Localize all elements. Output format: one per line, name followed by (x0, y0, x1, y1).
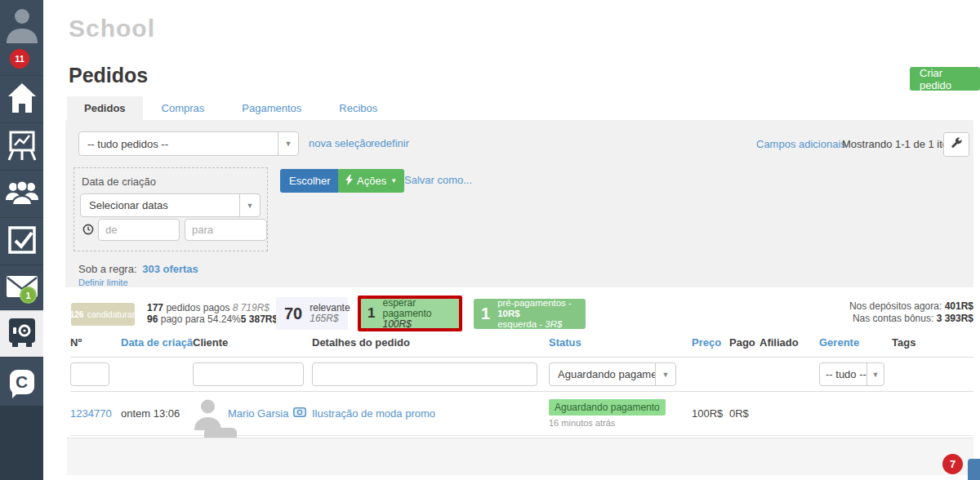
status-time-ago: 16 minutos atrás (549, 418, 687, 428)
sidebar-lower-fill (0, 406, 43, 480)
showing-summary: Mostrando 1-1 de 1 item. (842, 138, 960, 150)
rule-label: Sob a regra: (78, 263, 137, 275)
col-header-details: Detalhes do pedido (312, 336, 549, 349)
status-filter-value: Aguardando pagamento (550, 363, 655, 385)
chat-icon-tail (12, 389, 22, 398)
client-avatar (193, 394, 223, 433)
date-range-select-value: Selecionar datas (81, 194, 239, 216)
col-header-id: Nº (70, 336, 121, 349)
manager-filter-select[interactable]: -- tudo -- ▼ (819, 362, 884, 386)
col-header-status[interactable]: Status (549, 336, 692, 349)
stat-applications-count: 126 (69, 309, 84, 319)
chat-widget-corner[interactable] (968, 459, 980, 480)
order-details-link[interactable]: Ilustração de moda promo (312, 407, 435, 420)
bonus-label: Nas contas bônus: (853, 313, 933, 324)
col-header-client: Cliente (193, 336, 312, 349)
wrench-icon (951, 137, 963, 153)
rule-summary: Sob a regra: 303 ofertas (78, 263, 198, 275)
col-header-created[interactable]: Data de criação (121, 336, 193, 349)
tab-compras[interactable]: Compras (143, 96, 224, 120)
reset-link[interactable]: redefinir (371, 137, 409, 149)
id-filter-input[interactable] (70, 362, 109, 386)
mail-count-badge[interactable]: 1 (20, 287, 37, 304)
lightning-icon (345, 175, 353, 188)
col-header-affiliate: Afiliado (760, 336, 819, 349)
date-to-input[interactable] (185, 219, 267, 241)
stat-awaiting-label: esperar pagamento (382, 298, 452, 319)
stat-awaiting-value: 100R$ (382, 319, 452, 330)
brand-title: School (69, 15, 155, 42)
preset-select-value: -- tudo pedidos -- (79, 132, 278, 155)
client-name-link[interactable]: Mario Garsia (228, 407, 288, 420)
order-price: 100R$ (692, 407, 729, 420)
order-paid: 0R$ (729, 407, 760, 420)
sidebar-item-home[interactable] (0, 75, 43, 122)
stat-paid-orders: 177 pedidos pagos 8 719R$ 96 pago para 5… (147, 302, 270, 325)
status-badge: Aguardando pagamento (549, 399, 666, 416)
actions-button[interactable]: Ações ▼ (338, 169, 404, 193)
account-balances: Nos depósitos agora: 401R$ Nas contas bô… (776, 300, 973, 325)
preset-select[interactable]: -- tudo pedidos -- ▼ (78, 131, 299, 156)
paid-value: 8 719R$ (233, 302, 270, 313)
sidebar-item-tasks[interactable] (0, 217, 43, 264)
sidebar-item-chat[interactable]: C (0, 357, 43, 406)
page-title: Pedidos (69, 64, 148, 87)
order-created: ontem 13:06 (121, 407, 193, 420)
notification-count-badge[interactable]: 11 (10, 49, 29, 69)
collapse-handle[interactable] (204, 428, 237, 438)
stat-awaiting-count: 1 (368, 305, 375, 322)
tab-pagamentos[interactable]: Pagamentos (223, 96, 320, 120)
paid-label: pedidos pagos (166, 302, 229, 313)
chevron-down-icon: ▼ (390, 177, 397, 184)
chevron-down-icon: ▼ (239, 194, 260, 216)
order-id-link[interactable]: 1234770 (70, 407, 112, 420)
paid-for-label: pago para 54.24% (161, 313, 241, 325)
sidebar: 11 1 (0, 0, 43, 480)
tab-recibos[interactable]: Recibos (320, 96, 396, 120)
users-group-icon (6, 180, 38, 208)
set-limit-link[interactable]: Definir limite (78, 278, 128, 287)
col-header-price[interactable]: Preço (692, 336, 729, 349)
additional-fields-link[interactable]: Campos adicionais (756, 138, 846, 150)
date-range-select[interactable]: Selecionar datas ▼ (80, 193, 261, 217)
tab-pedidos[interactable]: Pedidos (67, 96, 143, 120)
sidebar-item-statistics[interactable] (0, 122, 43, 170)
save-as-link[interactable]: Salvar como... (404, 174, 472, 186)
safe-icon (8, 317, 36, 351)
bonus-line: Nas contas bônus: 3 393R$ (776, 313, 973, 325)
chat-notification-badge[interactable]: 7 (942, 454, 963, 474)
date-from-input[interactable] (98, 219, 180, 241)
settings-wrench-button[interactable] (943, 132, 969, 157)
tab-bar: Pedidos Compras Pagamentos Recibos (67, 96, 396, 120)
rule-offers-link[interactable]: 303 ofertas (142, 263, 198, 275)
clock-icon (82, 224, 94, 238)
chevron-down-icon: ▼ (655, 363, 675, 385)
client-id-card-icon[interactable] (293, 407, 306, 420)
choose-button[interactable]: Escolher (280, 169, 340, 193)
sidebar-item-mail[interactable] (0, 264, 43, 310)
details-filter-input[interactable] (312, 362, 537, 386)
new-selection-link[interactable]: nova seleção (309, 137, 372, 149)
table-header-row: Nº Data de criação Cliente Detalhes do p… (70, 336, 973, 358)
sidebar-item-clients[interactable] (0, 170, 43, 217)
stat-prepayments[interactable]: 1 pré-pagamentos - 10R$ esquerda - 3R$ (474, 299, 586, 329)
sidebar-item-finance[interactable] (0, 310, 43, 357)
paid-for-count: 96 (147, 313, 158, 325)
deposits-value: 401R$ (945, 300, 973, 312)
stat-applications[interactable]: 126 candidaturas (71, 303, 135, 326)
stat-relevant-value: 165R$ (310, 313, 350, 324)
client-filter-input[interactable] (193, 362, 304, 386)
user-avatar-icon (6, 6, 38, 47)
chart-board-icon (7, 129, 38, 165)
sidebar-item-profile[interactable] (0, 5, 43, 47)
create-order-button[interactable]: Criar pedido (910, 67, 980, 91)
status-filter-select[interactable]: Aguardando pagamento ▼ (549, 362, 676, 386)
stat-applications-label: candidaturas (87, 309, 136, 319)
bonus-value: 3 393R$ (937, 313, 973, 324)
col-header-manager[interactable]: Gerente (819, 336, 892, 349)
stat-relevant[interactable]: 70 relevante 165R$ (276, 297, 348, 330)
manager-filter-value: -- tudo -- (820, 363, 866, 385)
stat-awaiting-payment-highlighted[interactable]: 1 esperar pagamento 100R$ (358, 296, 462, 331)
app-screen: 11 1 (0, 0, 980, 480)
actions-button-label: Ações (357, 175, 386, 187)
